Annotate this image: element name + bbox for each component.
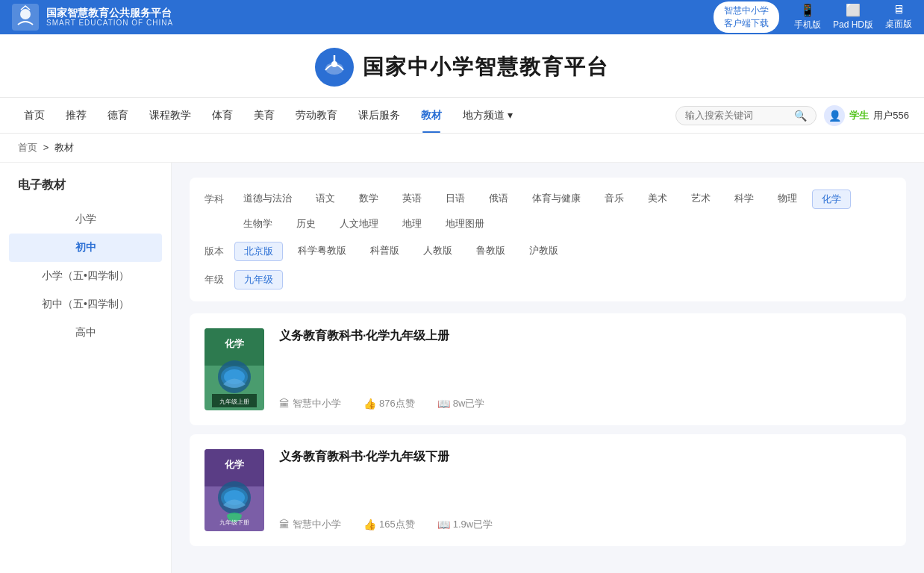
tag-geo-atlas[interactable]: 地理图册 [437, 215, 493, 233]
search-icon[interactable]: 🔍 [794, 110, 807, 122]
breadcrumb-current: 教材 [54, 142, 74, 153]
nav-item-course[interactable]: 课程教学 [140, 98, 200, 133]
thumbup-icon-1: 👍 [363, 398, 376, 410]
tag-japanese[interactable]: 日语 [437, 190, 474, 209]
mobile-label: 手机版 [794, 19, 821, 31]
book-list: 化学 九年级上册 义务教育教科书·化学九年级上册 🏛 智慧中小 [190, 313, 906, 546]
subject-label: 学科 [205, 190, 234, 206]
logo-area: 国家智慧教育公共服务平台 SMART EDUCATION OF CHINA [12, 4, 173, 31]
book-card-1[interactable]: 化学 九年级上册 义务教育教科书·化学九年级上册 🏛 智慧中小 [190, 313, 906, 425]
grade-tags: 九年级 [234, 270, 891, 289]
breadcrumb-separator: > [43, 142, 51, 153]
meta-reads-2: 📖 1.9w已学 [437, 518, 493, 531]
nav-item-local[interactable]: 地方频道 ▾ [454, 98, 522, 133]
mobile-icon: 📱 [800, 3, 815, 17]
tag-chinese[interactable]: 语文 [307, 190, 344, 209]
book-card-2[interactable]: 化学 九年级下册 义务教育教科书·化学九年级下册 🏛 智慧中小 [190, 434, 906, 546]
search-input[interactable] [685, 110, 790, 121]
user-info[interactable]: 👤 学生 用户556 [824, 105, 909, 126]
main-layout: 电子教材 小学 初中 小学（五•四学制） 初中（五•四学制） 高中 学科 道德与… [0, 163, 924, 573]
search-box[interactable]: 🔍 [675, 106, 817, 125]
top-bar: 国家智慧教育公共服务平台 SMART EDUCATION OF CHINA 智慧… [0, 0, 924, 34]
content-area: 学科 道德与法治 语文 数学 英语 日语 俄语 体育与健康 音乐 美术 艺术 科… [172, 163, 924, 573]
nav-item-moral[interactable]: 德育 [99, 98, 137, 133]
sidebar-item-senior[interactable]: 高中 [0, 319, 171, 347]
meta-publisher-2: 🏛 智慧中小学 [279, 518, 341, 531]
nav-item-recommend[interactable]: 推荐 [57, 98, 96, 133]
tag-moral[interactable]: 道德与法治 [234, 190, 301, 209]
nav-item-sports[interactable]: 体育 [203, 98, 242, 133]
book-cover-1: 化学 九年级上册 [205, 328, 264, 410]
logo-text: 国家智慧教育公共服务平台 SMART EDUCATION OF CHINA [46, 7, 173, 28]
tag-kepu[interactable]: 科普版 [361, 242, 408, 261]
nav-item-home[interactable]: 首页 [15, 98, 54, 133]
sidebar-item-junior[interactable]: 初中 [9, 234, 162, 262]
svg-text:化学: 化学 [224, 459, 244, 470]
sidebar-item-primary-54[interactable]: 小学（五•四学制） [0, 262, 171, 290]
book-cover-2: 化学 九年级下册 [205, 449, 264, 531]
meta-likes-2: 👍 165点赞 [363, 518, 415, 531]
filter-section: 学科 道德与法治 语文 数学 英语 日语 俄语 体育与健康 音乐 美术 艺术 科… [190, 178, 906, 301]
tag-humanities-geo[interactable]: 人文地理 [331, 215, 387, 233]
platform-logo-icon [12, 4, 39, 31]
tag-math[interactable]: 数学 [350, 190, 387, 209]
tag-grade9[interactable]: 九年级 [234, 270, 283, 289]
tag-russian[interactable]: 俄语 [480, 190, 517, 209]
breadcrumb-home[interactable]: 首页 [18, 142, 37, 153]
publisher-text-2: 智慧中小学 [293, 518, 341, 531]
pad-link[interactable]: ⬜ Pad HD版 [833, 3, 873, 31]
tag-biology[interactable]: 生物学 [234, 215, 281, 233]
top-bar-right: 智慧中小学 客户端下载 📱 手机版 ⬜ Pad HD版 🖥 桌面版 [714, 1, 912, 33]
meta-likes-1: 👍 876点赞 [363, 397, 415, 410]
tag-chemistry[interactable]: 化学 [812, 190, 851, 209]
building-icon-1: 🏛 [279, 398, 290, 410]
grade-filter-row: 年级 九年级 [205, 270, 891, 289]
tag-hujiao[interactable]: 沪教版 [520, 242, 567, 261]
book-info-2: 义务教育教科书·化学九年级下册 🏛 智慧中小学 👍 165点赞 📖 1.9 [279, 449, 891, 531]
tag-music[interactable]: 音乐 [596, 190, 633, 209]
tag-geography[interactable]: 地理 [393, 215, 431, 233]
edition-label: 版本 [205, 242, 234, 258]
tag-lujiao[interactable]: 鲁教版 [467, 242, 514, 261]
sidebar-item-junior-54[interactable]: 初中（五•四学制） [0, 290, 171, 319]
tag-science[interactable]: 科学 [725, 190, 763, 209]
download-button[interactable]: 智慧中小学 客户端下载 [714, 1, 779, 33]
likes-text-1: 876点赞 [379, 397, 415, 410]
device-links: 📱 手机版 ⬜ Pad HD版 🖥 桌面版 [794, 3, 912, 31]
book-icon-2: 📖 [437, 519, 450, 530]
tag-pe[interactable]: 体育与健康 [523, 190, 590, 209]
subject-tags: 道德与法治 语文 数学 英语 日语 俄语 体育与健康 音乐 美术 艺术 科学 物… [234, 190, 891, 233]
book-icon-1: 📖 [437, 398, 450, 410]
tag-english[interactable]: 英语 [393, 190, 431, 209]
sidebar: 电子教材 小学 初中 小学（五•四学制） 初中（五•四学制） 高中 [0, 163, 172, 573]
breadcrumb: 首页 > 教材 [0, 134, 924, 163]
book-title-1: 义务教育教科书·化学九年级上册 [279, 328, 891, 344]
tag-history[interactable]: 历史 [287, 215, 325, 233]
user-icon: 👤 [828, 110, 841, 122]
desktop-icon: 🖥 [893, 3, 905, 16]
tag-art[interactable]: 美术 [639, 190, 676, 209]
mobile-link[interactable]: 📱 手机版 [794, 3, 821, 31]
building-icon-2: 🏛 [279, 519, 290, 530]
tag-renjiao[interactable]: 人教版 [414, 242, 461, 261]
student-badge: 学生 [849, 109, 869, 122]
nav-item-textbook[interactable]: 教材 [412, 98, 451, 133]
nav-right: 🔍 👤 学生 用户556 [675, 105, 909, 126]
svg-point-4 [331, 61, 337, 67]
nav-bar: 首页 推荐 德育 课程教学 体育 美育 劳动教育 课后服务 教材 地方频道 ▾ … [0, 98, 924, 134]
sidebar-title: 电子教材 [0, 178, 171, 205]
desktop-link[interactable]: 🖥 桌面版 [885, 3, 912, 31]
nav-item-afterschool[interactable]: 课后服务 [349, 98, 409, 133]
tag-kxyuejiao[interactable]: 科学粤教版 [289, 242, 355, 261]
sidebar-item-primary[interactable]: 小学 [0, 205, 171, 234]
tag-physics[interactable]: 物理 [769, 190, 806, 209]
hero-title: 国家中小学智慧教育平台 [363, 53, 609, 81]
svg-text:化学: 化学 [224, 338, 244, 349]
tag-arts[interactable]: 艺术 [682, 190, 719, 209]
nav-item-arts[interactable]: 美育 [245, 98, 284, 133]
hero-inner: 国家中小学智慧教育平台 [315, 48, 609, 87]
tag-beijing[interactable]: 北京版 [234, 242, 283, 261]
hero-logo-icon [315, 48, 354, 87]
nav-item-labor[interactable]: 劳动教育 [287, 98, 346, 133]
reads-text-1: 8w已学 [453, 397, 485, 410]
